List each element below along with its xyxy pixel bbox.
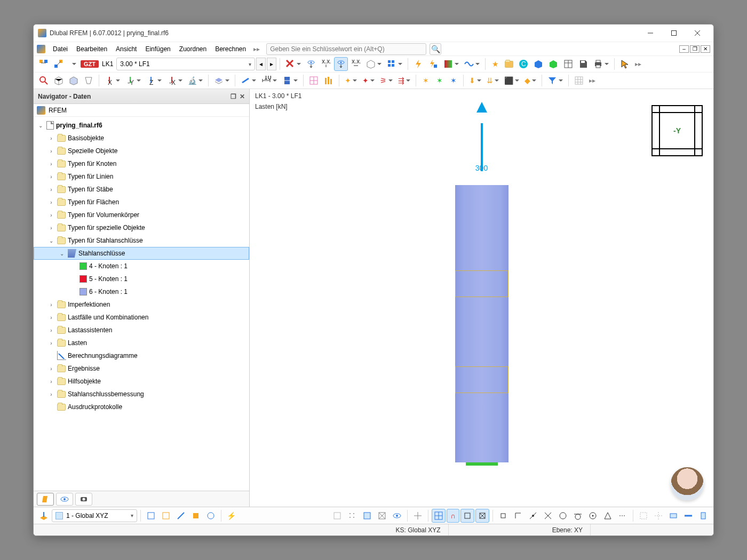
window-minimize-button[interactable] bbox=[639, 25, 662, 41]
bt-workplane-icon[interactable] bbox=[37, 509, 51, 523]
tree-item[interactable]: ›Typen für spezielle Objekte bbox=[34, 221, 249, 234]
menu-overflow-icon[interactable]: ▸▸ bbox=[250, 45, 263, 53]
model-viewport[interactable]: LK1 - 3.00 * LF1 Lasten [kN] 300 -Y bbox=[250, 89, 713, 507]
bt-osnap-end-icon[interactable] bbox=[496, 509, 510, 523]
tb2-axis-neg-x-icon[interactable]: -X bbox=[165, 74, 185, 87]
tb2-bars-orange-icon[interactable] bbox=[322, 74, 336, 87]
tb1-box-dropdown-icon[interactable] bbox=[364, 57, 384, 71]
tree-item[interactable]: ›Typen für Flächen bbox=[34, 196, 249, 209]
tb1-lightning-icon[interactable] bbox=[411, 57, 425, 71]
bt-osnap-center-icon[interactable] bbox=[586, 509, 600, 523]
expand-toggle[interactable]: ⌄ bbox=[37, 123, 44, 129]
tb2-layer-icon[interactable] bbox=[212, 74, 232, 87]
tb1-structure-b-icon[interactable] bbox=[52, 57, 66, 71]
tb2-gen-b-icon[interactable]: ✶ bbox=[433, 74, 446, 87]
tb2-persp-view-icon[interactable] bbox=[82, 74, 96, 87]
tree-item[interactable]: ›Typen für Volumenkörper bbox=[34, 209, 249, 221]
loadcase-combo[interactable]: 3.00 * LF1 ▾ bbox=[116, 58, 255, 70]
bt-osnap-circle-icon[interactable] bbox=[556, 509, 570, 523]
tb1-wave-icon[interactable] bbox=[462, 57, 482, 71]
mdi-close-button[interactable]: ✕ bbox=[701, 45, 710, 53]
tree-item[interactable]: ›Lastfälle und Kombinationen bbox=[34, 311, 249, 324]
tree-item-connection-4[interactable]: 4 - Knoten : 1 bbox=[34, 260, 249, 273]
bt-osnap-mid-icon[interactable] bbox=[526, 509, 540, 523]
tb2-axis-x-icon[interactable]: X bbox=[102, 74, 122, 87]
tb2-gen-a-icon[interactable]: ✶ bbox=[419, 74, 432, 87]
window-maximize-button[interactable] bbox=[662, 25, 686, 41]
tb2-microscope-icon[interactable]: 🔬 bbox=[186, 74, 205, 87]
tb2-plane-icon[interactable] bbox=[239, 74, 258, 87]
tb2-zoom-extents-icon[interactable] bbox=[37, 74, 51, 87]
bt-osnap-near-icon[interactable] bbox=[601, 509, 615, 523]
tb1-print-icon[interactable] bbox=[591, 57, 611, 71]
navigator-tab-data[interactable] bbox=[37, 493, 54, 506]
tb1-overflow-icon[interactable]: ▸▸ bbox=[633, 60, 643, 68]
tree-item[interactable]: ›Stahlanschlussbemessung bbox=[34, 388, 249, 401]
bt-guide-e-icon[interactable] bbox=[696, 509, 710, 523]
tb2-dimension-icon[interactable]: 10 bbox=[259, 74, 279, 87]
coord-system-combo[interactable]: 1 - Global XYZ ▾ bbox=[52, 509, 137, 522]
menu-zuordnen[interactable]: Zuordnen bbox=[175, 44, 211, 54]
bt-guide-b-icon[interactable] bbox=[651, 509, 665, 523]
navigator-close-icon[interactable]: ✕ bbox=[240, 93, 245, 100]
bt-eye-icon[interactable] bbox=[390, 509, 404, 523]
mdi-minimize-button[interactable]: – bbox=[679, 45, 689, 53]
bt-snap-b-icon[interactable] bbox=[159, 509, 173, 523]
bt-guide-d-icon[interactable] bbox=[681, 509, 695, 523]
tb1-blank-dropdown[interactable] bbox=[67, 57, 80, 71]
bt-osnap-rect-icon[interactable] bbox=[460, 509, 474, 523]
tree-file-row[interactable]: ⌄ prying_final.rf6 bbox=[34, 119, 249, 132]
tb2-grid-toggle-icon[interactable] bbox=[572, 74, 586, 87]
bt-snap-d-icon[interactable] bbox=[189, 509, 203, 523]
tree-item[interactable]: ›Imperfektionen bbox=[34, 298, 249, 311]
tb2-load-c-icon[interactable]: ⬛ bbox=[502, 74, 521, 87]
tree-item[interactable]: ›Basisobjekte bbox=[34, 132, 249, 145]
bt-snap-a-icon[interactable] bbox=[144, 509, 158, 523]
bt-osnap-tan-icon[interactable] bbox=[571, 509, 585, 523]
tb2-axis-neg-y-icon[interactable]: -Y bbox=[123, 74, 143, 87]
bt-snap-e-icon[interactable] bbox=[204, 509, 218, 523]
menu-einfuegen[interactable]: Einfügen bbox=[141, 44, 174, 54]
keyword-search-button[interactable]: 🔍 bbox=[430, 43, 441, 55]
bt-grid-c-icon[interactable] bbox=[360, 509, 374, 523]
tb2-load-a-icon[interactable]: ⬇ bbox=[467, 74, 483, 87]
tb1-eye-arrow-active-icon[interactable] bbox=[334, 57, 348, 71]
tb1-circle-c-icon[interactable]: C bbox=[516, 57, 530, 71]
bt-osnap-dotted-icon[interactable] bbox=[616, 509, 630, 523]
tb1-grid-dropdown-icon[interactable] bbox=[385, 57, 404, 71]
tree-item[interactable]: ›Typen für Stäbe bbox=[34, 183, 249, 196]
tree-item[interactable]: ›Ergebnisse bbox=[34, 362, 249, 375]
tb1-star-yellow-icon[interactable]: ★ bbox=[489, 57, 502, 71]
tree-item[interactable]: ›Typen für Knoten bbox=[34, 157, 249, 170]
navigator-root-row[interactable]: RFEM bbox=[34, 104, 249, 117]
assistant-avatar[interactable] bbox=[671, 467, 704, 500]
keyword-search-input[interactable] bbox=[266, 43, 426, 55]
tree-item[interactable]: ›Lasten bbox=[34, 337, 249, 349]
tree-item-stahlanschluesse[interactable]: ⌄Stahlanschlüsse bbox=[34, 247, 249, 260]
tb2-mesh-pink-icon[interactable] bbox=[307, 74, 321, 87]
bt-grid-d-icon[interactable] bbox=[375, 509, 389, 523]
mdi-restore-button[interactable]: ❐ bbox=[690, 45, 700, 53]
bt-grid-a-icon[interactable] bbox=[330, 509, 344, 523]
bt-bolt-icon[interactable]: ⚡ bbox=[225, 509, 238, 523]
tb1-save-icon[interactable] bbox=[576, 57, 590, 71]
tb2-section-icon[interactable] bbox=[280, 74, 300, 87]
tb1-delete-red-icon[interactable] bbox=[283, 57, 303, 71]
tree-item-connection-5[interactable]: 5 - Knoten : 1 bbox=[34, 273, 249, 285]
tb1-structure-a-icon[interactable] bbox=[37, 57, 51, 71]
tb1-cube-green-icon[interactable] bbox=[546, 57, 560, 71]
tb2-spark-b-icon[interactable]: ✦ bbox=[360, 74, 377, 87]
tree-item-connection-6[interactable]: 6 - Knoten : 1 bbox=[34, 285, 249, 298]
navigator-float-icon[interactable]: ❐ bbox=[231, 93, 236, 100]
tb2-gen-c-icon[interactable]: ✶ bbox=[447, 74, 460, 87]
tb2-spark-c-icon[interactable]: ⚞ bbox=[378, 74, 395, 87]
tb2-wire-view-icon[interactable] bbox=[67, 74, 81, 87]
connection-marker-2[interactable] bbox=[455, 366, 508, 393]
connection-marker-1[interactable] bbox=[455, 270, 508, 297]
model-column[interactable] bbox=[455, 185, 508, 462]
loadcase-next-button[interactable]: ▸ bbox=[267, 58, 276, 70]
tree-item[interactable]: Ausdruckprotokolle bbox=[34, 401, 249, 413]
navigator-tab-display[interactable] bbox=[56, 493, 73, 506]
tb2-overflow-icon[interactable]: ▸▸ bbox=[587, 77, 598, 84]
bt-osnap-perp-icon[interactable] bbox=[511, 509, 525, 523]
